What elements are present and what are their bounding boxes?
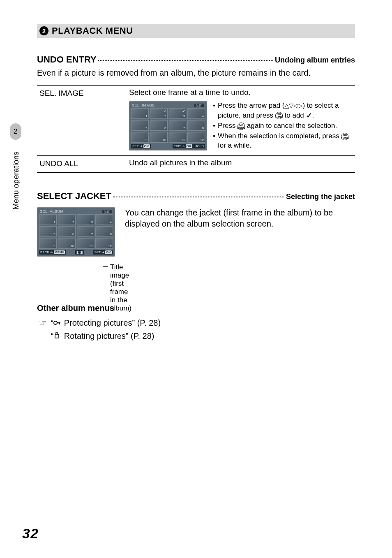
select-jacket-heading-right: Selecting the jacket (286, 192, 355, 201)
thumbnail-cell: 4 (187, 108, 205, 119)
spacer (37, 329, 48, 343)
undo-option-undo-all: UNDO ALL Undo all pictures in the album (37, 156, 355, 173)
select-jacket-heading-left: SELECT JACKET (37, 191, 111, 201)
svg-point-0 (54, 321, 57, 324)
undo-option-sel-image-label: SEL. IMAGE (37, 88, 127, 151)
section-number-badge: 2 (39, 26, 48, 35)
ref-protecting-pictures: ☞ “ Protecting pictures” (P. 28) (37, 316, 355, 329)
select-jacket-heading: SELECT JACKET Selecting the jacket (37, 191, 355, 201)
rotate-icon (53, 332, 62, 339)
ref-rotating-pictures: “ Rotating pictures” (P. 28) (37, 329, 355, 343)
sel-album-preview-title: SEL. ALBUM (40, 209, 64, 213)
undo-entry-heading: UNDO ENTRY Undoing album entries (37, 54, 355, 65)
sel-album-preview-back: BACK➔MENU (39, 250, 66, 255)
thumbnail-cell: 10 (58, 238, 76, 249)
sel-image-preview-title: SEL. IMAGE (132, 103, 155, 107)
thumbnail-cell: 1 (39, 214, 57, 225)
chapter-label: Menu operations (12, 151, 21, 210)
undo-option-sel-image: SEL. IMAGE Select one frame at a time to… (37, 86, 355, 156)
sel-album-preview-tag: [xD] (102, 210, 112, 213)
title-image-callout: Title image (first frame in the album) (37, 262, 115, 275)
thumbnail-cell: 2 (58, 214, 76, 225)
undo-entry-heading-right: Undoing album entries (275, 56, 355, 65)
ok-func-button-icon: OKFUNC (238, 123, 245, 130)
section-header-bar: 2 PLAYBACK MENU (37, 24, 355, 38)
svg-rect-2 (59, 322, 60, 324)
sel-image-preview: SEL. IMAGE [xD] 12✓3✓456789101112 SET➔OK… (129, 101, 207, 150)
sel-album-preview-mid-icon: ◧◨ (75, 250, 84, 255)
sel-image-preview-tag: [xD] (194, 104, 204, 107)
checkmark-icon: ✓ (164, 109, 167, 113)
undo-option-sel-image-desc-main: Select one frame at a time to undo. (129, 88, 355, 97)
chapter-label-wrap: Menu operations (12, 132, 24, 214)
leader-dots (113, 197, 284, 197)
thumbnail-cell: 3✓ (169, 108, 187, 119)
sel-image-preview-exit: EXIT➔OK HOLD (173, 144, 205, 148)
undo-option-undo-all-label: UNDO ALL (37, 158, 127, 168)
title-image-caption: Title image (first frame in the album) (110, 263, 131, 313)
sel-album-preview: SEL. ALBUM [xD] 123456789101112 BACK➔MEN… (37, 207, 115, 257)
thumbnail-cell: 6 (150, 120, 168, 131)
arrow-right-icon: ➔ (140, 144, 143, 148)
thumbnail-cell: 12 (187, 132, 205, 143)
pointing-hand-icon: ☞ (37, 316, 48, 329)
thumbnail-cell: 8 (95, 226, 113, 237)
arrow-right-icon: ➔ (50, 250, 53, 254)
thumbnail-cell: 11 (169, 132, 187, 143)
checkmark-icon: ✓ (182, 109, 185, 113)
thumbnail-cell: 7 (169, 120, 187, 131)
sel-image-instructions: • Press the arrow pad (△▽◁▷) to select a… (213, 101, 355, 151)
thumbnail-cell: 10 (150, 132, 168, 143)
select-jacket-body: You can change the jacket (first frame i… (125, 207, 355, 229)
page-number: 32 (22, 526, 39, 542)
thumbnail-cell: 7 (77, 226, 95, 237)
undo-option-undo-all-desc: Undo all pictures in the album (127, 158, 355, 168)
checkmark-icon: ✓ (306, 111, 312, 120)
svg-rect-3 (55, 334, 59, 338)
other-album-menus-list: ☞ “ Protecting pictures” (P. 28) “ Rotat… (37, 316, 355, 343)
thumbnail-cell: 9 (131, 132, 149, 143)
other-album-menus-heading: Other album menus (37, 303, 355, 313)
thumbnail-cell: 11 (77, 238, 95, 249)
section-title: PLAYBACK MENU (52, 25, 133, 36)
thumbnail-cell: 1 (131, 108, 149, 119)
thumbnail-cell: 9 (39, 238, 57, 249)
undo-options-table: SEL. IMAGE Select one frame at a time to… (37, 85, 355, 173)
thumbnail-cell: 8 (187, 120, 205, 131)
leader-dots (98, 60, 273, 61)
thumbnail-cell: 5 (131, 120, 149, 131)
undo-option-sel-image-desc: Select one frame at a time to undo. SEL.… (127, 88, 355, 151)
thumbnail-cell: 6 (58, 226, 76, 237)
ok-func-button-icon: OKFUNC (275, 112, 283, 119)
undo-entry-heading-left: UNDO ENTRY (37, 54, 97, 65)
thumbnail-cell: 5 (39, 226, 57, 237)
thumbnail-cell: 3 (77, 214, 95, 225)
arrow-right-icon: ➔ (182, 144, 185, 148)
thumbnail-cell: 12 (95, 238, 113, 249)
sel-image-preview-set: SET➔OK (131, 144, 151, 148)
arrow-pad-icon: △▽◁▷ (284, 102, 302, 110)
protect-key-icon (53, 320, 62, 326)
ok-func-button-icon: OKFUNC (341, 133, 348, 140)
thumbnail-cell: 2✓ (150, 108, 168, 119)
undo-entry-intro: Even if a picture is removed from an alb… (37, 67, 355, 79)
thumbnail-cell: 4 (95, 214, 113, 225)
